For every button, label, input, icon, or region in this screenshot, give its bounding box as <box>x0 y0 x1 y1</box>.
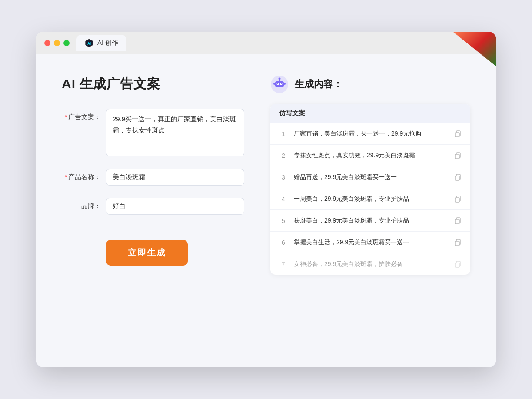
row-number: 1 <box>279 130 288 137</box>
table-row: 4 一周美白，29.9元美白淡斑霜，专业护肤品 <box>270 188 470 210</box>
row-number: 2 <box>279 152 288 159</box>
svg-text:AI: AI <box>87 41 91 45</box>
browser-content: AI 生成广告文案 *广告文案： 29.9买一送一，真正的厂家直销，美白淡斑霜，… <box>36 54 496 367</box>
robot-icon <box>270 75 289 93</box>
browser-window: AI AI 创作 AI 生成广告文案 *广告文案： 29.9买一送一，真正的厂家… <box>36 32 496 367</box>
copy-icon[interactable] <box>453 173 462 182</box>
generate-button[interactable]: 立即生成 <box>106 240 188 266</box>
brand-input[interactable] <box>106 198 244 215</box>
copy-icon[interactable] <box>453 195 462 203</box>
row-text: 女神必备，29.9元美白淡斑霜，护肤必备 <box>294 259 447 269</box>
svg-rect-8 <box>277 86 282 86</box>
result-rows-container: 1 厂家直销，美白淡斑霜，买一送一，29.9元抢购 2 专抹女性斑点，真实功效，… <box>270 123 470 275</box>
product-name-label: *产品名称： <box>62 169 101 181</box>
svg-point-7 <box>281 83 282 84</box>
brand-label: 品牌： <box>62 198 101 210</box>
table-row: 3 赠品再送，29.9元美白淡斑霜买一送一 <box>270 166 470 188</box>
brand-group: 品牌： <box>62 198 244 215</box>
row-text: 祛斑美白，29.9元美白淡斑霜，专业护肤品 <box>294 216 447 225</box>
row-number: 7 <box>279 261 288 268</box>
row-number: 5 <box>279 217 288 224</box>
svg-point-10 <box>279 78 281 80</box>
copy-icon[interactable] <box>453 130 462 138</box>
maximize-button[interactable] <box>63 40 70 46</box>
copy-icon[interactable] <box>453 260 462 269</box>
table-header: 仿写文案 <box>270 104 470 123</box>
close-button[interactable] <box>44 40 50 46</box>
required-star-2: * <box>65 173 67 180</box>
left-panel: AI 生成广告文案 *广告文案： 29.9买一送一，真正的厂家直销，美白淡斑霜，… <box>62 75 244 346</box>
row-number: 3 <box>279 174 288 181</box>
tab-label: AI 创作 <box>97 39 118 47</box>
svg-rect-11 <box>273 83 275 85</box>
svg-rect-12 <box>284 83 286 85</box>
copy-icon[interactable] <box>453 216 462 225</box>
table-row: 2 专抹女性斑点，真实功效，29.9元美白淡斑霜 <box>270 145 470 166</box>
result-table: 仿写文案 1 厂家直销，美白淡斑霜，买一送一，29.9元抢购 2 专抹女性斑点，… <box>270 104 470 275</box>
minimize-button[interactable] <box>54 40 60 46</box>
row-text: 掌握美白生活，29.9元美白淡斑霜买一送一 <box>294 238 447 247</box>
right-panel: 生成内容： 仿写文案 1 厂家直销，美白淡斑霜，买一送一，29.9元抢购 2 专… <box>270 75 470 346</box>
product-name-group: *产品名称： <box>62 169 244 186</box>
row-text: 一周美白，29.9元美白淡斑霜，专业护肤品 <box>294 194 447 203</box>
row-text: 专抹女性斑点，真实功效，29.9元美白淡斑霜 <box>294 151 447 160</box>
required-star: * <box>65 113 67 120</box>
row-text: 赠品再送，29.9元美白淡斑霜买一送一 <box>294 173 447 182</box>
table-row: 1 厂家直销，美白淡斑霜，买一送一，29.9元抢购 <box>270 123 470 145</box>
ai-tab-icon: AI <box>84 38 94 48</box>
copy-icon[interactable] <box>453 151 462 160</box>
row-text: 厂家直销，美白淡斑霜，买一送一，29.9元抢购 <box>294 129 447 138</box>
ad-copy-group: *广告文案： 29.9买一送一，真正的厂家直销，美白淡斑霜，专抹女性斑点 <box>62 109 244 156</box>
row-number: 6 <box>279 239 288 246</box>
table-row: 6 掌握美白生活，29.9元美白淡斑霜买一送一 <box>270 232 470 253</box>
product-name-input[interactable] <box>106 169 244 186</box>
ad-copy-textarea[interactable]: 29.9买一送一，真正的厂家直销，美白淡斑霜，专抹女性斑点 <box>106 109 244 156</box>
table-row: 7 女神必备，29.9元美白淡斑霜，护肤必备 <box>270 253 470 275</box>
browser-titlebar: AI AI 创作 <box>36 32 496 54</box>
result-title: 生成内容： <box>295 78 342 91</box>
svg-point-6 <box>277 83 278 84</box>
copy-icon[interactable] <box>453 238 462 247</box>
result-header: 生成内容： <box>270 75 470 93</box>
row-number: 4 <box>279 196 288 203</box>
traffic-lights <box>44 40 70 46</box>
ai-tab[interactable]: AI AI 创作 <box>76 35 126 51</box>
ad-copy-label: *广告文案： <box>62 109 101 121</box>
page-title: AI 生成广告文案 <box>62 75 244 93</box>
table-row: 5 祛斑美白，29.9元美白淡斑霜，专业护肤品 <box>270 210 470 232</box>
